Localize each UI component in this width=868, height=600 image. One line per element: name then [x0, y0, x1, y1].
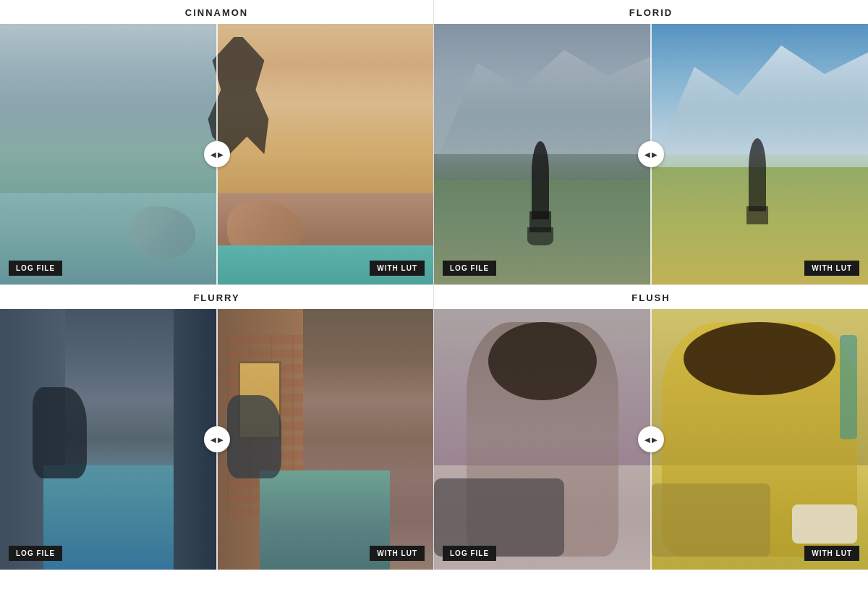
cinnamon-split[interactable]: ◀ ▶ LOG FILE WITH LUT [0, 24, 433, 284]
flurry-before [0, 309, 217, 570]
florid-handle[interactable]: ◀ ▶ [638, 141, 664, 167]
florid-arrows: ◀ ▶ [644, 151, 658, 159]
flush-before [434, 309, 651, 570]
flush-image-container: ◀ ▶ LOG FILE WITH LUT [434, 309, 868, 570]
cinnamon-log-label: LOG FILE [9, 261, 62, 276]
flush-arrows: ◀ ▶ [644, 436, 658, 444]
florid-image-container: ◀ ▶ LOG FILE WITH LUT [434, 24, 868, 284]
left-arrow-icon: ◀ [210, 436, 216, 444]
cinnamon-title: CINNAMON [185, 7, 249, 18]
cinnamon-handle[interactable]: ◀ ▶ [204, 141, 230, 167]
flurry-handle[interactable]: ◀ ▶ [204, 426, 230, 452]
flurry-title: FLURRY [193, 292, 239, 303]
flurry-split[interactable]: ◀ ▶ LOG FILE WITH LUT [0, 309, 433, 570]
florid-split[interactable]: ◀ ▶ LOG FILE WITH LUT [434, 24, 868, 284]
flush-split[interactable]: ◀ ▶ LOG FILE WITH LUT [434, 309, 868, 570]
card-flush: FLUSH [434, 285, 868, 570]
flurry-image-container: ◀ ▶ LOG FILE WITH LUT [0, 309, 433, 570]
card-cinnamon: CINNAMON [0, 0, 434, 285]
flurry-arrows: ◀ ▶ [210, 436, 224, 444]
cinnamon-arrows: ◀ ▶ [210, 151, 224, 159]
left-arrow-icon: ◀ [210, 151, 216, 159]
flush-title: FLUSH [631, 292, 670, 303]
card-flurry: FLURRY [0, 285, 434, 570]
cinnamon-before [0, 24, 217, 284]
flush-handle[interactable]: ◀ ▶ [638, 426, 664, 452]
cinnamon-image-container: ◀ ▶ LOG FILE WITH LUT [0, 24, 433, 284]
left-arrow-icon: ◀ [644, 151, 650, 159]
flush-log-label: LOG FILE [443, 546, 496, 561]
right-arrow-icon: ▶ [218, 151, 224, 159]
left-arrow-icon: ◀ [644, 436, 650, 444]
florid-log-label: LOG FILE [443, 261, 496, 276]
flush-after [651, 309, 868, 570]
cinnamon-lut-label: WITH LUT [370, 261, 425, 276]
right-arrow-icon: ▶ [218, 436, 224, 444]
florid-title: FLORID [629, 7, 673, 18]
card-grid: CINNAMON [0, 0, 868, 570]
flurry-log-label: LOG FILE [9, 546, 62, 561]
flurry-lut-label: WITH LUT [370, 546, 425, 561]
flush-lut-label: WITH LUT [804, 546, 859, 561]
card-florid: FLORID [434, 0, 868, 285]
florid-before [434, 24, 651, 284]
flurry-after [217, 309, 434, 570]
right-arrow-icon: ▶ [652, 436, 658, 444]
cinnamon-after [217, 24, 434, 284]
florid-after [651, 24, 868, 284]
florid-lut-label: WITH LUT [804, 261, 859, 276]
right-arrow-icon: ▶ [652, 151, 658, 159]
